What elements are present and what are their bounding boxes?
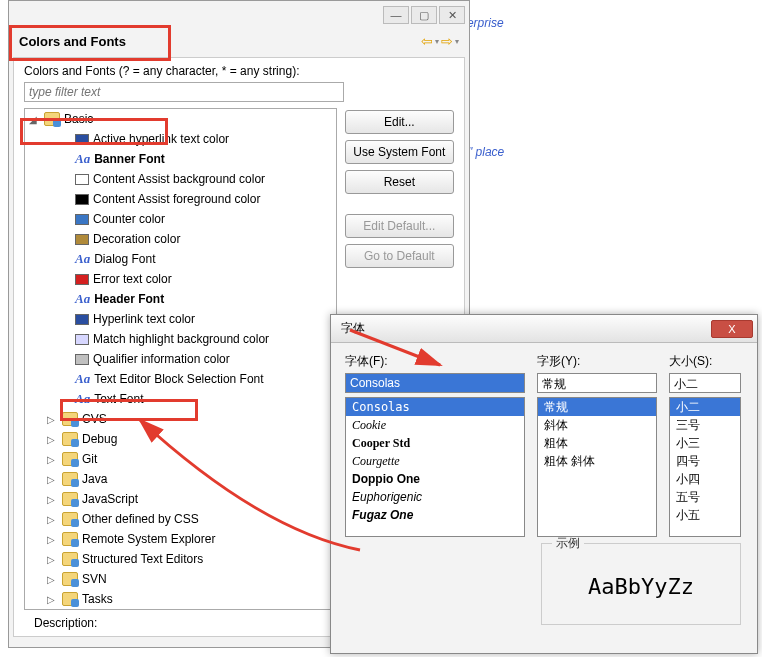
tree-folder-label: Structured Text Editors	[82, 552, 203, 566]
style-label: 字形(Y):	[537, 353, 657, 370]
tree[interactable]: ◢ Basic Active hyperlink text colorAaBan…	[24, 108, 337, 610]
folder-icon	[62, 532, 78, 546]
tree-item[interactable]: Content Assist background color	[25, 169, 336, 189]
tree-item[interactable]: AaDialog Font	[25, 249, 336, 269]
size-list[interactable]: 小二三号小三四号小四五号小五	[669, 397, 741, 537]
close-button[interactable]: X	[711, 320, 753, 338]
tree-item-label: Banner Font	[94, 152, 165, 166]
list-item[interactable]: 粗体	[538, 434, 656, 452]
minimize-button[interactable]: —	[383, 6, 409, 24]
tree-item[interactable]: Qualifier information color	[25, 349, 336, 369]
color-swatch	[75, 214, 89, 225]
tree-item[interactable]: Error text color	[25, 269, 336, 289]
folder-icon	[62, 412, 78, 426]
list-item[interactable]: 四号	[670, 452, 740, 470]
tree-folder-label: SVN	[82, 572, 107, 586]
list-item[interactable]: Cookie	[346, 416, 524, 434]
expand-icon[interactable]: ▷	[47, 414, 58, 425]
list-item[interactable]: 三号	[670, 416, 740, 434]
list-item[interactable]: Doppio One	[346, 470, 524, 488]
font-icon: Aa	[75, 291, 90, 307]
font-input[interactable]: Consolas	[345, 373, 525, 393]
font-list[interactable]: ConsolasCookieCooper StdCourgetteDoppio …	[345, 397, 525, 537]
tree-item[interactable]: Counter color	[25, 209, 336, 229]
tree-item[interactable]: Decoration color	[25, 229, 336, 249]
expand-icon[interactable]: ▷	[47, 534, 58, 545]
tree-node-basic[interactable]: ◢ Basic	[25, 109, 336, 129]
tree-item[interactable]: AaBanner Font	[25, 149, 336, 169]
folder-icon	[62, 452, 78, 466]
expand-icon[interactable]: ▷	[47, 454, 58, 465]
tree-item-label: Dialog Font	[94, 252, 155, 266]
list-item[interactable]: 小二	[670, 398, 740, 416]
tree-folder-label: Java	[82, 472, 107, 486]
tree-item[interactable]: AaHeader Font	[25, 289, 336, 309]
edit-button[interactable]: Edit...	[345, 110, 454, 134]
font-label: 字体(F):	[345, 353, 525, 370]
tree-item[interactable]: AaText Font	[25, 389, 336, 409]
color-swatch	[75, 174, 89, 185]
list-item[interactable]: Euphorigenic	[346, 488, 524, 506]
tree-folder[interactable]: ▷Java	[25, 469, 336, 489]
tree-folder[interactable]: ▷Git	[25, 449, 336, 469]
filter-input[interactable]	[24, 82, 344, 102]
back-icon[interactable]: ⇦	[421, 33, 433, 49]
tree-item-label: Error text color	[93, 272, 172, 286]
list-item[interactable]: 常规	[538, 398, 656, 416]
tree-item[interactable]: Hyperlink text color	[25, 309, 336, 329]
edit-default-button: Edit Default...	[345, 214, 454, 238]
tree-folder[interactable]: ▷JavaScript	[25, 489, 336, 509]
tree-folder-label: JavaScript	[82, 492, 138, 506]
list-item[interactable]: Fugaz One	[346, 506, 524, 524]
sample-group: 示例 AaBbYyZz	[541, 535, 741, 625]
expand-icon[interactable]: ▷	[47, 574, 58, 585]
style-list[interactable]: 常规斜体粗体粗体 斜体	[537, 397, 657, 537]
tree-folder[interactable]: ▷CVS	[25, 409, 336, 429]
tree-item[interactable]: Content Assist foreground color	[25, 189, 336, 209]
tree-folder[interactable]: ▷Tasks	[25, 589, 336, 609]
size-input[interactable]: 小二	[669, 373, 741, 393]
list-item[interactable]: Courgette	[346, 452, 524, 470]
tree-folder[interactable]: ▷SVN	[25, 569, 336, 589]
expand-icon[interactable]: ▷	[47, 554, 58, 565]
color-swatch	[75, 334, 89, 345]
tree-folder[interactable]: ▷Debug	[25, 429, 336, 449]
close-button[interactable]: ✕	[439, 6, 465, 24]
expand-icon[interactable]: ▷	[47, 494, 58, 505]
list-item[interactable]: Cooper Std	[346, 434, 524, 452]
style-input[interactable]: 常规	[537, 373, 657, 393]
tree-item[interactable]: Match highlight background color	[25, 329, 336, 349]
horizontal-scrollbar[interactable]	[25, 609, 336, 610]
expand-icon[interactable]: ▷	[47, 474, 58, 485]
reset-button[interactable]: Reset	[345, 170, 454, 194]
tree-folder[interactable]: ▷Remote System Explorer	[25, 529, 336, 549]
list-item[interactable]: Consolas	[346, 398, 524, 416]
tree-item-label: Content Assist foreground color	[93, 192, 260, 206]
list-item[interactable]: 小三	[670, 434, 740, 452]
list-item[interactable]: 斜体	[538, 416, 656, 434]
expand-icon[interactable]: ▷	[47, 434, 58, 445]
list-item[interactable]: 五号	[670, 488, 740, 506]
tree-item[interactable]: AaText Editor Block Selection Font	[25, 369, 336, 389]
list-item[interactable]: 小五	[670, 506, 740, 524]
tree-folder-label: Git	[82, 452, 97, 466]
tree-item[interactable]: Active hyperlink text color	[25, 129, 336, 149]
list-item[interactable]: 粗体 斜体	[538, 452, 656, 470]
tree-item-label: Text Editor Block Selection Font	[94, 372, 263, 386]
tree-folder-label: Remote System Explorer	[82, 532, 215, 546]
use-system-font-button[interactable]: Use System Font	[345, 140, 454, 164]
color-swatch	[75, 354, 89, 365]
tree-item-label: Text Font	[94, 392, 143, 406]
collapse-icon[interactable]: ◢	[29, 114, 40, 125]
maximize-button[interactable]: ▢	[411, 6, 437, 24]
list-item[interactable]: 小四	[670, 470, 740, 488]
folder-icon	[62, 492, 78, 506]
expand-icon[interactable]: ▷	[47, 594, 58, 605]
tree-folder[interactable]: ▷Structured Text Editors	[25, 549, 336, 569]
forward-icon[interactable]: ⇨	[441, 33, 453, 49]
tree-folder-label: CVS	[82, 412, 107, 426]
expand-icon[interactable]: ▷	[47, 514, 58, 525]
tree-folder[interactable]: ▷Other defined by CSS	[25, 509, 336, 529]
font-icon: Aa	[75, 391, 90, 407]
font-icon: Aa	[75, 251, 90, 267]
